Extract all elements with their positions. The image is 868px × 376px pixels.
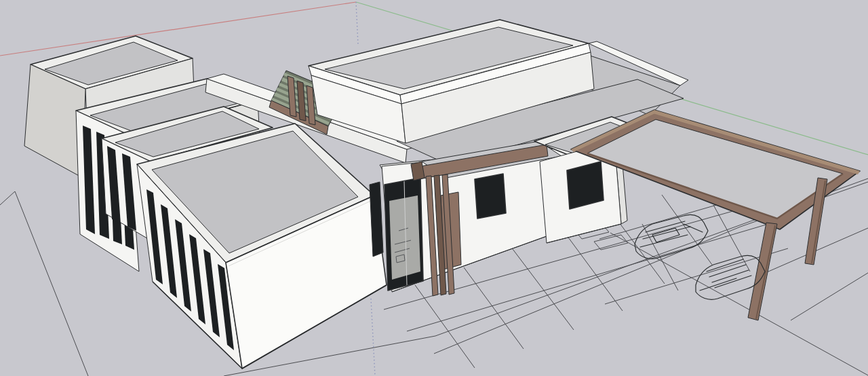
sketchup-style-3d-viewport[interactable] <box>0 0 868 376</box>
wing-window <box>567 162 604 209</box>
front-window <box>475 174 506 219</box>
model-canvas[interactable] <box>0 0 868 376</box>
